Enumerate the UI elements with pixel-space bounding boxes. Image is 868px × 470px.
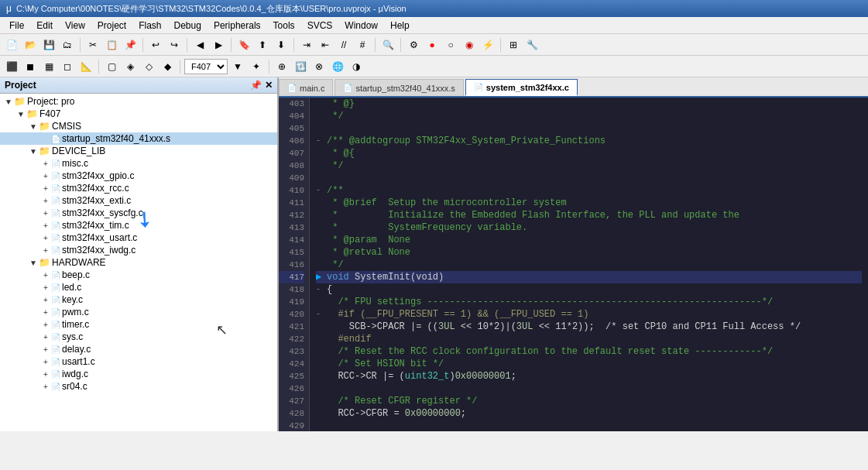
wizard-button[interactable]: ✦ [248, 58, 265, 75]
tree-sr04[interactable]: + 📄 sr04.c [0, 380, 277, 393]
tree-exti[interactable]: + 📄 stm32f4xx_exti.c [0, 194, 277, 207]
bookmark-next-button[interactable]: ⬇ [273, 36, 290, 53]
save-button[interactable]: 💾 [40, 36, 57, 53]
tree-beep[interactable]: + 📄 beep.c [0, 269, 277, 281]
menu-edit[interactable]: Edit [30, 19, 59, 33]
menu-peripherals[interactable]: Peripherals [208, 19, 267, 33]
stop-button[interactable]: ○ [442, 36, 459, 53]
tb2-btn3[interactable]: ▦ [40, 58, 57, 75]
code-text-417-void: void [327, 271, 349, 283]
config-button[interactable]: ⚙ [405, 36, 422, 53]
menu-help[interactable]: Help [384, 19, 416, 33]
tab-startup[interactable]: 📄 startup_stm32f40_41xxx.s [335, 79, 463, 96]
tree-delay[interactable]: + 📄 delay.c [0, 343, 277, 355]
tree-tim[interactable]: + 📄 stm32f4xx_tim.c [0, 219, 277, 232]
tree-misc[interactable]: + 📄 misc.c [0, 157, 277, 170]
find-button[interactable]: 🔍 [379, 36, 396, 53]
bookmark-prev-button[interactable]: ⬆ [254, 36, 271, 53]
menu-svcs[interactable]: SVCS [301, 19, 339, 33]
uncomment-button[interactable]: # [354, 36, 371, 53]
close-icon[interactable]: ✕ [265, 80, 273, 91]
file-startup-icon: 📄 [51, 135, 60, 143]
file-timer-icon: 📄 [51, 321, 60, 329]
tree-root[interactable]: ▼ 📁 Project: pro [0, 95, 277, 108]
menu-window[interactable]: Window [338, 19, 384, 33]
tab-main-c[interactable]: 📄 main.c [279, 79, 333, 96]
tb2-btn4[interactable]: ◻ [59, 58, 76, 75]
tree-rcc[interactable]: + 📄 stm32f4xx_rcc.c [0, 182, 277, 194]
pin-icon[interactable]: 📌 [250, 80, 262, 91]
new-file-button[interactable]: 📄 [3, 36, 20, 53]
code-editor[interactable]: 403 404 405 406 407 408 409 410 411 412 … [279, 98, 868, 431]
tree-usart1[interactable]: + 📄 usart1.c [0, 355, 277, 368]
expand-misc-icon: + [40, 160, 51, 168]
code-content[interactable]: * @} */ - /** @addtogroup STM32F4xx_Syst… [310, 98, 868, 431]
tb2-btn6[interactable]: ▢ [103, 58, 120, 75]
tb2-btn7[interactable]: ◈ [122, 58, 139, 75]
tree-f407[interactable]: ▼ 📁 F407 [0, 108, 277, 120]
menu-view[interactable]: View [59, 19, 91, 33]
code-line-403: * @} [316, 98, 862, 110]
tb2-btn10[interactable]: ⊕ [273, 58, 290, 75]
save-all-button[interactable]: 🗂 [59, 36, 76, 53]
nav-back-button[interactable]: ◀ [191, 36, 208, 53]
tree-cmsis[interactable]: ▼ 📁 CMSIS [0, 120, 277, 132]
tree-usart[interactable]: + 📄 stm32f4xx_usart.c [0, 232, 277, 244]
tree-iwdg[interactable]: + 📄 stm32f4xx_iwdg.c [0, 244, 277, 256]
tree-key[interactable]: + 📄 key.c [0, 293, 277, 306]
tree-sys[interactable]: + 📄 sys.c [0, 331, 277, 343]
project-title: Project [5, 80, 36, 91]
tb2-btn11[interactable]: 🔃 [292, 58, 309, 75]
tb2-btn5[interactable]: 📐 [77, 58, 94, 75]
redo-button[interactable]: ↪ [166, 36, 183, 53]
bookmark-button[interactable]: 🔖 [235, 36, 252, 53]
tree-pwm[interactable]: + 📄 pwm.c [0, 306, 277, 318]
tb2-btn9[interactable]: ◆ [159, 58, 176, 75]
tb2-btn12[interactable]: ⊗ [310, 58, 328, 75]
flash-button[interactable]: ⚡ [479, 36, 496, 53]
menu-flash[interactable]: Flash [132, 19, 167, 33]
tree-timer[interactable]: + 📄 timer.c [0, 318, 277, 331]
tree-device-lib[interactable]: ▼ 📁 DEVICE_LIB [0, 145, 277, 157]
tree-rcc-label: stm32f4xx_rcc.c [62, 183, 129, 194]
tb2-btn2[interactable]: ◼ [22, 58, 39, 75]
menu-debug[interactable]: Debug [168, 19, 208, 33]
tree-led[interactable]: + 📄 led.c [0, 281, 277, 293]
toolbar-2: ⬛ ◼ ▦ ◻ 📐 ▢ ◈ ◇ ◆ F407 ▼ ✦ ⊕ 🔃 ⊗ 🌐 ◑ [0, 56, 868, 77]
tree-iwdg2[interactable]: + 📄 iwdg.c [0, 368, 277, 380]
file-beep-icon: 📄 [51, 271, 60, 280]
tree-hardware[interactable]: ▼ 📁 HARDWARE [0, 256, 277, 269]
paste-button[interactable]: 📌 [122, 36, 139, 53]
ln-423: 423 [279, 345, 304, 358]
code-line-423: /* Reset the RCC clock configuration to … [316, 345, 862, 358]
nav-forward-button[interactable]: ▶ [210, 36, 227, 53]
tb2-btn1[interactable]: ⬛ [3, 58, 20, 75]
run-button[interactable]: ● [424, 36, 441, 53]
device-config-button[interactable]: ▼ [229, 58, 246, 75]
menu-tools[interactable]: Tools [267, 19, 301, 33]
tb2-btn13[interactable]: 🌐 [329, 58, 346, 75]
debug-button[interactable]: ◉ [461, 36, 478, 53]
tree-syscfg[interactable]: + 📄 stm32f4xx_syscfg.c [0, 207, 277, 219]
undo-button[interactable]: ↩ [147, 36, 164, 53]
ln-414: 414 [279, 234, 304, 246]
open-button[interactable]: 📂 [22, 36, 39, 53]
tb2-btn8[interactable]: ◇ [140, 58, 157, 75]
options-button[interactable]: 🔧 [523, 36, 540, 53]
tree-gpio[interactable]: + 📄 stm32f4xx_gpio.c [0, 170, 277, 182]
ln-422: 422 [279, 333, 304, 345]
device-select[interactable]: F407 [184, 59, 228, 74]
menu-file[interactable]: File [3, 19, 30, 33]
cut-button[interactable]: ✂ [84, 36, 101, 53]
comment-button[interactable]: // [335, 36, 352, 53]
outdent-button[interactable]: ⇤ [317, 36, 334, 53]
tree-startup[interactable]: 📄 startup_stm32f40_41xxx.s [0, 132, 277, 145]
indent-button[interactable]: ⇥ [298, 36, 315, 53]
sep10 [180, 60, 180, 74]
copy-button[interactable]: 📋 [103, 36, 120, 53]
file-key-icon: 📄 [51, 296, 60, 304]
layout-button[interactable]: ⊞ [505, 36, 522, 53]
tb2-btn14[interactable]: ◑ [348, 58, 365, 75]
tab-system[interactable]: 📄 system_stm32f4xx.c [465, 79, 578, 96]
menu-project[interactable]: Project [91, 19, 132, 33]
